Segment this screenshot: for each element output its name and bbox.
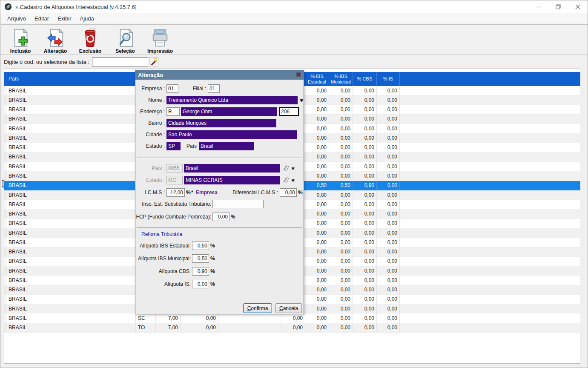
- cell-cbs: 0,00: [353, 209, 377, 218]
- cell-fill: [400, 238, 580, 247]
- cell-ibs_municipal: 0,00: [329, 323, 353, 333]
- cell-ibs_municipal: 0,00: [329, 190, 353, 200]
- col-header-is[interactable]: % IS: [377, 72, 400, 86]
- menu-editar[interactable]: Editar: [31, 14, 54, 23]
- icms-star: *: [191, 188, 193, 197]
- cell-is: 0,00: [377, 133, 400, 143]
- pais-lookup-button[interactable]: [282, 165, 290, 172]
- insc-field[interactable]: [212, 200, 264, 208]
- filial-field[interactable]: [208, 84, 220, 93]
- endereco-numero-field[interactable]: [279, 107, 299, 116]
- cell-is: 0,00: [377, 238, 400, 247]
- cell-cbs: 0,00: [353, 266, 377, 276]
- cell-pais: BRASIL: [6, 276, 136, 285]
- cell-cbs: 0,00: [353, 276, 377, 285]
- estado-dest-code-field[interactable]: [166, 176, 183, 184]
- empresa-label: Empresa :: [135, 84, 165, 93]
- col-header-empty: [400, 72, 580, 86]
- cidade-field[interactable]: [166, 130, 297, 139]
- cell-ibs_estadual: 0,50: [305, 181, 329, 190]
- cell-is: 0,00: [377, 200, 400, 209]
- cell-is: 0,00: [377, 285, 400, 295]
- close-icon: [575, 4, 580, 9]
- dialog-title-bar[interactable]: Alteração ✖: [135, 70, 304, 80]
- cell-pais: BRASIL: [6, 133, 136, 143]
- estado-lookup-button[interactable]: [282, 177, 290, 184]
- cell-ibs_estadual: 0,00: [305, 124, 329, 133]
- cell-cbs: 0,00: [353, 162, 377, 171]
- table-row[interactable]: BRASILSE7,000,000,000,000,000,000,00: [4, 313, 580, 323]
- empresa-field[interactable]: [166, 84, 178, 93]
- close-button[interactable]: [568, 0, 588, 13]
- search-input[interactable]: [92, 57, 148, 66]
- cell-cbs: 0,00: [353, 133, 377, 143]
- pais-field[interactable]: [199, 142, 254, 150]
- nome-field[interactable]: [166, 96, 298, 104]
- cell-cbs: 0,00: [353, 323, 377, 333]
- cell-ibs_estadual: 0,00: [305, 171, 329, 181]
- search-pen-button[interactable]: [149, 57, 158, 66]
- cell-cbs: 0,90: [353, 181, 377, 190]
- menu-exibir[interactable]: Exibir: [54, 14, 77, 23]
- icms-field[interactable]: [166, 188, 185, 197]
- minimize-button[interactable]: [529, 0, 548, 13]
- cell-fill: [400, 152, 580, 162]
- cell-ibs_municipal: 0,00: [329, 133, 353, 143]
- cell-is: 0,00: [377, 86, 400, 95]
- aliq-cbs-field[interactable]: [192, 267, 209, 276]
- cell-ibs_estadual: 0,00: [305, 295, 329, 304]
- cell-fill: [400, 181, 580, 190]
- cell-is: 0,00: [377, 95, 400, 105]
- toolbar-label: Seleção: [115, 48, 135, 54]
- bairro-field[interactable]: [166, 119, 276, 127]
- inclusao-button[interactable]: Inclusão: [4, 26, 37, 54]
- cell-is: 0,00: [377, 323, 400, 333]
- cell-ibs_municipal: 0,00: [329, 266, 353, 276]
- restore-button[interactable]: [548, 0, 568, 13]
- cell-pais: BRASIL: [6, 190, 136, 200]
- cell-fill: [400, 266, 580, 276]
- col-header-cbs[interactable]: % CBS: [353, 72, 377, 86]
- cell-is: 0,00: [377, 247, 400, 257]
- cell-ibs_estadual: 0,00: [305, 238, 329, 247]
- cell-ibs_municipal: 0,00: [329, 247, 353, 257]
- col-header-pais[interactable]: País: [6, 72, 136, 86]
- cell-ibs_municipal: 0,00: [329, 115, 353, 124]
- cell-ibs_estadual: 0,00: [305, 304, 329, 313]
- cell-pais: BRASIL: [6, 313, 136, 323]
- cell-is: 0,00: [377, 219, 400, 228]
- menu-arquivo[interactable]: Arquivo: [4, 14, 31, 23]
- fcp-field[interactable]: [212, 213, 229, 221]
- impressao-button[interactable]: Impressão: [143, 26, 177, 54]
- cell-ibs_municipal: 0,00: [329, 257, 353, 266]
- bairro-label: Bairro :: [135, 119, 165, 127]
- table-row[interactable]: BRASILTO7,000,000,000,000,000,000,00: [4, 323, 580, 333]
- pais-dest-field[interactable]: [184, 164, 280, 172]
- confirma-button[interactable]: Confirma: [243, 303, 272, 313]
- estado-dest-field[interactable]: [184, 176, 280, 184]
- endereco-logradouro-field[interactable]: [181, 107, 277, 116]
- cancela-button[interactable]: Cancela: [275, 303, 302, 313]
- aliq-ibs-municipal-field[interactable]: [192, 254, 209, 263]
- nome-label: Nome :: [135, 96, 165, 104]
- cell-is: 0,00: [377, 228, 400, 238]
- aliq-ibs-estadual-field[interactable]: [192, 242, 209, 250]
- alteracao-button[interactable]: Alteração: [39, 26, 72, 54]
- toolbar-label: Inclusão: [10, 48, 31, 54]
- cell-pais: BRASIL: [6, 115, 136, 124]
- dialog-close-icon[interactable]: ✖: [296, 71, 301, 79]
- exclusao-button[interactable]: Exclusão: [74, 26, 107, 54]
- col-header-ibs_municipal[interactable]: % IBS Municipal: [329, 72, 353, 86]
- cell-ibs_estadual: 0,00: [305, 257, 329, 266]
- col-header-ibs_estadual[interactable]: % IBS Estadual: [305, 72, 329, 86]
- aliq-is-field[interactable]: [192, 280, 209, 288]
- pais-dest-code-field[interactable]: [166, 164, 183, 172]
- cell-ibs_estadual: 0,00: [305, 219, 329, 228]
- diferencial-field[interactable]: [280, 188, 297, 197]
- cell-ibs_estadual: 0,00: [305, 115, 329, 124]
- selecao-button[interactable]: Seleção: [109, 26, 142, 54]
- cell-ibs_estadual: 0,00: [305, 228, 329, 238]
- menu-ajuda[interactable]: Ajuda: [77, 14, 99, 23]
- alteracao-dialog: Alteração ✖ Empresa : Filial : Nome : ✱ …: [135, 70, 304, 314]
- endereco-tipo-field[interactable]: [166, 107, 180, 116]
